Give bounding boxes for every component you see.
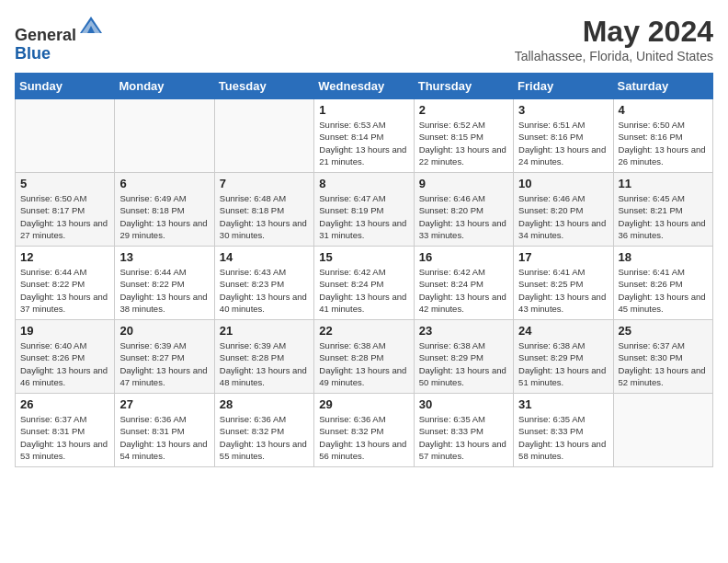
day-info: Sunrise: 6:47 AM Sunset: 8:19 PM Dayligh… [319, 192, 408, 241]
day-of-week-header: Wednesday [314, 74, 414, 99]
calendar-day-cell: 23Sunrise: 6:38 AM Sunset: 8:29 PM Dayli… [414, 320, 513, 394]
calendar-day-cell: 26Sunrise: 6:37 AM Sunset: 8:31 PM Dayli… [16, 394, 115, 467]
day-number: 11 [619, 177, 708, 190]
calendar-day-cell: 20Sunrise: 6:39 AM Sunset: 8:27 PM Dayli… [115, 320, 214, 394]
day-info: Sunrise: 6:46 AM Sunset: 8:20 PM Dayligh… [518, 192, 608, 241]
calendar-day-cell [115, 99, 214, 173]
logo-icon [78, 15, 104, 40]
calendar-day-cell: 7Sunrise: 6:48 AM Sunset: 8:18 PM Daylig… [214, 173, 313, 247]
day-number: 24 [518, 324, 608, 338]
calendar-day-cell: 25Sunrise: 6:37 AM Sunset: 8:30 PM Dayli… [613, 320, 712, 394]
logo: General Blue [15, 15, 104, 63]
calendar-day-cell: 22Sunrise: 6:38 AM Sunset: 8:28 PM Dayli… [314, 320, 414, 394]
day-number: 10 [518, 177, 608, 190]
location-subtitle: Tallahassee, Florida, United States [515, 49, 713, 63]
calendar-day-cell: 24Sunrise: 6:38 AM Sunset: 8:29 PM Dayli… [514, 320, 613, 394]
calendar-day-cell: 19Sunrise: 6:40 AM Sunset: 8:26 PM Dayli… [16, 320, 115, 394]
day-info: Sunrise: 6:37 AM Sunset: 8:31 PM Dayligh… [20, 413, 109, 462]
day-info: Sunrise: 6:35 AM Sunset: 8:33 PM Dayligh… [419, 413, 508, 462]
day-info: Sunrise: 6:51 AM Sunset: 8:16 PM Dayligh… [518, 119, 608, 167]
day-number: 19 [20, 324, 109, 338]
day-info: Sunrise: 6:44 AM Sunset: 8:22 PM Dayligh… [119, 266, 209, 315]
calendar-day-cell: 6Sunrise: 6:49 AM Sunset: 8:18 PM Daylig… [115, 173, 214, 247]
calendar-day-cell [16, 99, 115, 173]
day-info: Sunrise: 6:39 AM Sunset: 8:28 PM Dayligh… [220, 339, 309, 388]
calendar-week-row: 5Sunrise: 6:50 AM Sunset: 8:17 PM Daylig… [16, 173, 713, 247]
day-info: Sunrise: 6:53 AM Sunset: 8:14 PM Dayligh… [319, 119, 408, 167]
day-number: 31 [518, 397, 608, 411]
day-number: 18 [619, 250, 708, 264]
day-number: 1 [319, 103, 408, 117]
calendar-day-cell: 10Sunrise: 6:46 AM Sunset: 8:20 PM Dayli… [514, 173, 613, 247]
day-number: 28 [220, 397, 309, 411]
calendar-day-cell: 8Sunrise: 6:47 AM Sunset: 8:19 PM Daylig… [314, 173, 414, 247]
day-of-week-header: Sunday [16, 74, 115, 99]
day-number: 6 [119, 177, 209, 190]
calendar-week-row: 12Sunrise: 6:44 AM Sunset: 8:22 PM Dayli… [16, 247, 713, 320]
calendar-week-row: 1Sunrise: 6:53 AM Sunset: 8:14 PM Daylig… [16, 99, 713, 173]
day-number: 9 [419, 177, 508, 190]
calendar-day-cell: 18Sunrise: 6:41 AM Sunset: 8:26 PM Dayli… [613, 247, 712, 320]
day-info: Sunrise: 6:42 AM Sunset: 8:24 PM Dayligh… [319, 266, 408, 315]
day-number: 26 [20, 397, 109, 411]
day-info: Sunrise: 6:38 AM Sunset: 8:29 PM Dayligh… [518, 339, 608, 388]
calendar-day-cell: 14Sunrise: 6:43 AM Sunset: 8:23 PM Dayli… [214, 247, 313, 320]
day-info: Sunrise: 6:39 AM Sunset: 8:27 PM Dayligh… [119, 339, 209, 388]
day-number: 22 [319, 324, 408, 338]
day-of-week-header: Thursday [414, 74, 513, 99]
day-info: Sunrise: 6:45 AM Sunset: 8:21 PM Dayligh… [619, 192, 708, 241]
calendar-day-cell: 29Sunrise: 6:36 AM Sunset: 8:32 PM Dayli… [314, 394, 414, 467]
calendar-header-row: SundayMondayTuesdayWednesdayThursdayFrid… [16, 74, 713, 99]
day-number: 3 [518, 103, 608, 117]
day-number: 15 [319, 250, 408, 264]
calendar-day-cell: 5Sunrise: 6:50 AM Sunset: 8:17 PM Daylig… [16, 173, 115, 247]
calendar-day-cell: 15Sunrise: 6:42 AM Sunset: 8:24 PM Dayli… [314, 247, 414, 320]
day-number: 7 [220, 177, 309, 190]
day-info: Sunrise: 6:46 AM Sunset: 8:20 PM Dayligh… [419, 192, 508, 241]
calendar-day-cell: 27Sunrise: 6:36 AM Sunset: 8:31 PM Dayli… [115, 394, 214, 467]
calendar-day-cell: 30Sunrise: 6:35 AM Sunset: 8:33 PM Dayli… [414, 394, 513, 467]
day-info: Sunrise: 6:35 AM Sunset: 8:33 PM Dayligh… [518, 413, 608, 462]
month-title: May 2024 [515, 15, 713, 49]
day-info: Sunrise: 6:42 AM Sunset: 8:24 PM Dayligh… [419, 266, 508, 315]
calendar-day-cell: 28Sunrise: 6:36 AM Sunset: 8:32 PM Dayli… [214, 394, 313, 467]
day-number: 12 [20, 250, 109, 264]
logo-blue: Blue [15, 44, 51, 63]
day-number: 8 [319, 177, 408, 190]
day-info: Sunrise: 6:36 AM Sunset: 8:32 PM Dayligh… [220, 413, 309, 462]
day-info: Sunrise: 6:36 AM Sunset: 8:32 PM Dayligh… [319, 413, 408, 462]
day-info: Sunrise: 6:50 AM Sunset: 8:17 PM Dayligh… [20, 192, 109, 241]
day-number: 2 [419, 103, 508, 117]
day-of-week-header: Tuesday [214, 74, 313, 99]
day-info: Sunrise: 6:38 AM Sunset: 8:29 PM Dayligh… [419, 339, 508, 388]
calendar-day-cell: 13Sunrise: 6:44 AM Sunset: 8:22 PM Dayli… [115, 247, 214, 320]
day-info: Sunrise: 6:50 AM Sunset: 8:16 PM Dayligh… [619, 119, 708, 167]
day-info: Sunrise: 6:40 AM Sunset: 8:26 PM Dayligh… [20, 339, 109, 388]
day-info: Sunrise: 6:44 AM Sunset: 8:22 PM Dayligh… [20, 266, 109, 315]
day-number: 30 [419, 397, 508, 411]
day-info: Sunrise: 6:36 AM Sunset: 8:31 PM Dayligh… [119, 413, 209, 462]
day-of-week-header: Monday [115, 74, 214, 99]
day-number: 13 [119, 250, 209, 264]
day-info: Sunrise: 6:52 AM Sunset: 8:15 PM Dayligh… [419, 119, 508, 167]
day-number: 23 [419, 324, 508, 338]
calendar-day-cell: 21Sunrise: 6:39 AM Sunset: 8:28 PM Dayli… [214, 320, 313, 394]
day-info: Sunrise: 6:38 AM Sunset: 8:28 PM Dayligh… [319, 339, 408, 388]
calendar-day-cell [613, 394, 712, 467]
calendar-day-cell: 12Sunrise: 6:44 AM Sunset: 8:22 PM Dayli… [16, 247, 115, 320]
calendar-table: SundayMondayTuesdayWednesdayThursdayFrid… [15, 73, 713, 467]
calendar-day-cell: 31Sunrise: 6:35 AM Sunset: 8:33 PM Dayli… [514, 394, 613, 467]
day-number: 25 [619, 324, 708, 338]
calendar-day-cell: 16Sunrise: 6:42 AM Sunset: 8:24 PM Dayli… [414, 247, 513, 320]
day-number: 4 [619, 103, 708, 117]
logo-general: General [15, 26, 76, 44]
day-number: 16 [419, 250, 508, 264]
calendar-week-row: 26Sunrise: 6:37 AM Sunset: 8:31 PM Dayli… [16, 394, 713, 467]
calendar-day-cell [214, 99, 313, 173]
calendar-day-cell: 2Sunrise: 6:52 AM Sunset: 8:15 PM Daylig… [414, 99, 513, 173]
calendar-week-row: 19Sunrise: 6:40 AM Sunset: 8:26 PM Dayli… [16, 320, 713, 394]
day-of-week-header: Friday [514, 74, 613, 99]
day-number: 20 [119, 324, 209, 338]
day-info: Sunrise: 6:41 AM Sunset: 8:25 PM Dayligh… [518, 266, 608, 315]
day-number: 17 [518, 250, 608, 264]
